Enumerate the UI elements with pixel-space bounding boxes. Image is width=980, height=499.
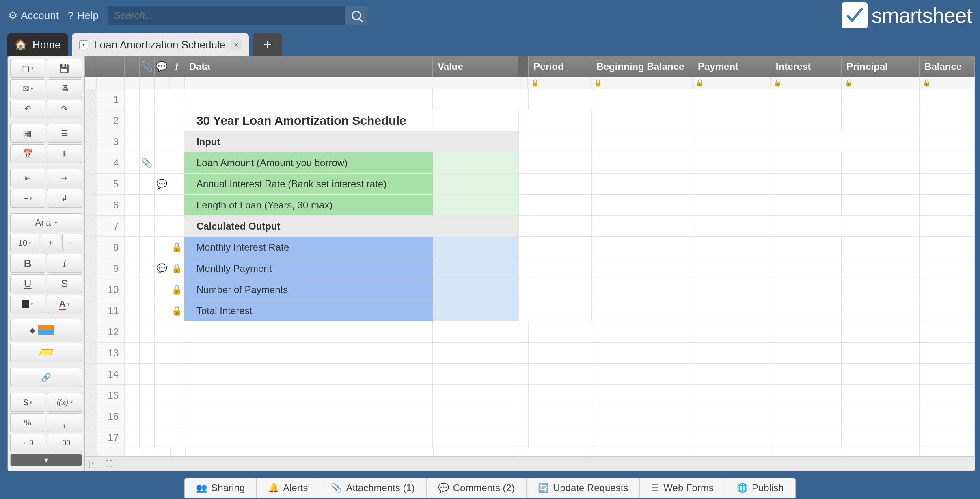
cell-balance[interactable]	[920, 195, 975, 215]
cell-attach[interactable]	[140, 343, 155, 363]
redo-button[interactable]: ↷	[47, 100, 82, 118]
cell-payment[interactable]	[693, 89, 771, 110]
row-handle[interactable]	[85, 300, 97, 321]
cell-value[interactable]	[433, 110, 519, 131]
cell-balance[interactable]	[920, 89, 975, 110]
tab-home[interactable]: 🏠 Home	[7, 33, 68, 56]
row-handle[interactable]	[85, 385, 97, 406]
row-number[interactable]: 6	[97, 195, 125, 215]
cell-beginning-balance[interactable]	[592, 195, 693, 215]
cell-payment[interactable]	[693, 258, 771, 279]
cell-attach[interactable]	[140, 216, 155, 236]
cell-data[interactable]: Monthly Payment	[184, 258, 433, 279]
cell-beginning-balance[interactable]	[592, 258, 693, 279]
save-disk-button[interactable]: 💾	[47, 59, 82, 78]
cell-flag[interactable]	[125, 110, 140, 131]
cell-principal[interactable]	[842, 89, 920, 110]
cell-period[interactable]	[529, 321, 591, 342]
cell-comment[interactable]	[155, 427, 170, 448]
cell-attach[interactable]	[140, 110, 155, 131]
row-handle[interactable]	[85, 237, 97, 258]
help-link[interactable]: ? Help	[68, 9, 99, 22]
cell-beginning-balance[interactable]	[591, 321, 693, 342]
row-handle[interactable]	[85, 406, 97, 427]
row-handle[interactable]	[85, 89, 97, 110]
row-number[interactable]: 7	[97, 216, 125, 236]
row-number[interactable]: 1	[97, 89, 125, 110]
cell-beginning-balance[interactable]	[592, 110, 693, 131]
cell-comment[interactable]: 💬	[155, 174, 170, 194]
scroll-left-button[interactable]: |←	[85, 457, 101, 471]
cell-principal[interactable]	[842, 152, 920, 173]
row-number[interactable]: 3	[97, 131, 125, 152]
cell-value[interactable]	[433, 385, 518, 406]
align-button[interactable]: ≡▾	[10, 189, 45, 208]
cell-value[interactable]	[433, 195, 519, 215]
cell-attach[interactable]	[140, 258, 155, 279]
cell-interest[interactable]	[771, 131, 842, 152]
cell-comment[interactable]	[155, 343, 170, 363]
cell-lock[interactable]	[169, 174, 184, 194]
cell-value[interactable]	[433, 343, 518, 363]
cell-payment[interactable]	[693, 131, 771, 152]
cell-period[interactable]	[529, 258, 592, 279]
cell-beginning-balance[interactable]	[592, 216, 693, 236]
cell-payment[interactable]	[693, 195, 771, 215]
col-payment[interactable]: Payment	[693, 56, 771, 77]
cell-period[interactable]	[529, 237, 592, 258]
cell-interest[interactable]	[771, 258, 842, 279]
cell-data[interactable]: Length of Loan (Years, 30 max)	[184, 195, 433, 215]
cell-interest[interactable]	[771, 174, 842, 194]
cell-lock[interactable]: 🔒	[169, 279, 184, 300]
publish-button[interactable]: 🌐Publish	[725, 478, 795, 498]
cell-lock[interactable]	[169, 152, 184, 173]
cell-beginning-balance[interactable]	[592, 279, 693, 300]
cell-balance[interactable]	[920, 343, 975, 363]
cell-period[interactable]	[529, 216, 592, 236]
collapse-button[interactable]: ☰	[47, 124, 82, 143]
account-link[interactable]: ⚙ Account	[8, 9, 59, 22]
cell-flag[interactable]	[125, 195, 140, 215]
cell-interest[interactable]	[771, 110, 842, 131]
row-number[interactable]: 11	[97, 300, 125, 321]
cell-flag[interactable]	[125, 385, 140, 406]
cell-beginning-balance[interactable]	[591, 89, 693, 110]
cell-interest[interactable]	[771, 300, 842, 321]
cell-payment[interactable]	[693, 321, 771, 342]
col-data[interactable]: Data	[184, 56, 433, 77]
cell-comment[interactable]: 💬	[155, 258, 170, 279]
indent-button[interactable]: ⇥	[47, 169, 82, 187]
print-button[interactable]: 🖶	[47, 79, 82, 98]
cell-value[interactable]	[433, 89, 518, 110]
cell-payment[interactable]	[693, 174, 771, 194]
col-expand[interactable]	[85, 56, 97, 77]
mail-button[interactable]: ✉▾	[10, 79, 45, 98]
font-select[interactable]: Arial ▾	[10, 213, 82, 232]
calendar-button[interactable]: 📅	[10, 144, 45, 163]
cell-payment[interactable]	[693, 152, 771, 173]
cell-interest[interactable]	[771, 343, 842, 363]
wrap-button[interactable]: ↲	[47, 189, 82, 208]
cell-period[interactable]	[529, 300, 592, 321]
row-number[interactable]: 12	[97, 321, 125, 342]
cell-interest[interactable]	[771, 216, 842, 236]
row-handle[interactable]	[85, 152, 97, 173]
expand-button[interactable]: ⛶	[101, 457, 117, 471]
undo-button[interactable]: ↶	[10, 100, 45, 118]
decrease-decimal-button[interactable]: ←0	[10, 434, 45, 452]
underline-button[interactable]: U	[10, 274, 45, 293]
cell-flag[interactable]	[125, 364, 140, 384]
cell-principal[interactable]	[842, 216, 920, 236]
cell-data[interactable]	[184, 385, 433, 406]
tab-sheet[interactable]: ▾ Loan Amortization Schedule ×	[72, 33, 249, 56]
cell-interest[interactable]	[771, 364, 842, 384]
col-info[interactable]: i	[169, 56, 184, 77]
cell-payment[interactable]	[693, 300, 771, 321]
cell-principal[interactable]	[842, 300, 920, 321]
cell-beginning-balance[interactable]	[591, 343, 693, 363]
cell-principal[interactable]	[842, 427, 920, 448]
cell-beginning-balance[interactable]	[592, 237, 693, 258]
cell-period[interactable]	[529, 364, 591, 384]
cell-comment[interactable]	[155, 237, 170, 258]
row-number[interactable]: 2	[97, 110, 125, 131]
